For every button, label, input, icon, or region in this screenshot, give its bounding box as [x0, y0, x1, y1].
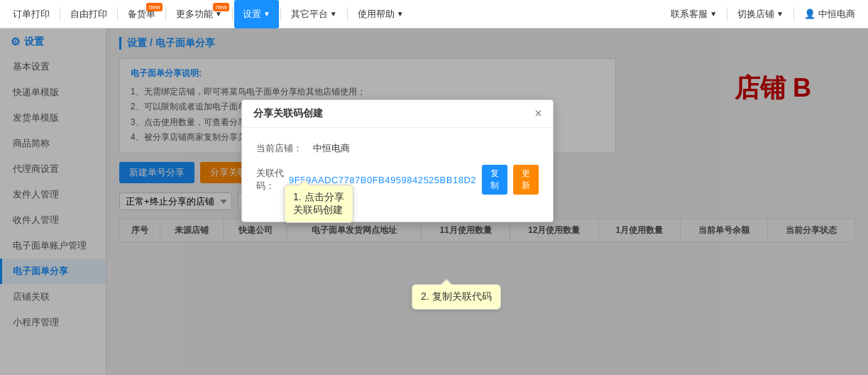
nav-separator: [727, 7, 727, 21]
tooltip-1: 1. 点击分享 关联码创建: [284, 185, 353, 223]
user-icon: 👤: [804, 9, 815, 19]
nav-free-print[interactable]: 自由打印: [62, 0, 116, 28]
refresh-code-button[interactable]: 更新: [513, 165, 539, 195]
tooltip-1-line1: 1. 点击分享: [293, 191, 344, 204]
nav-separator: [232, 7, 233, 21]
nav-separator: [280, 7, 281, 21]
chevron-down-icon: ▼: [397, 10, 404, 18]
chevron-down-icon: ▼: [330, 10, 337, 18]
nav-customer-service[interactable]: 联系客服 ▼: [662, 0, 725, 28]
nav-separator: [60, 7, 60, 21]
modal-title: 分享关联码创建: [253, 107, 323, 120]
nav-settings[interactable]: 设置 ▼: [234, 0, 279, 28]
nav-right: 联系客服 ▼ 切换店铺 ▼ 👤 中恒电商: [662, 0, 864, 28]
chevron-down-icon: ▼: [263, 10, 270, 18]
copy-code-button[interactable]: 复制: [482, 165, 507, 195]
modal-store-label: 当前店铺：: [256, 142, 313, 155]
nav-switch-store[interactable]: 切换店铺 ▼: [729, 0, 792, 28]
new-badge: new: [146, 3, 163, 11]
nav-other-platform[interactable]: 其它平台 ▼: [282, 0, 346, 28]
modal-close-button[interactable]: ×: [535, 107, 542, 120]
chevron-down-icon: ▼: [776, 10, 784, 18]
nav-help[interactable]: 使用帮助 ▼: [349, 0, 412, 28]
tooltip-2: 2. 复制关联代码: [412, 284, 501, 310]
main-layout: ⚙ 设置 基本设置 快递单模版 发货单模版 商品简称 代理商设置 发件人管理 收…: [0, 28, 868, 375]
new-badge: new: [213, 3, 229, 11]
modal-code-value: 9F59AADC7787B0FB4959842525BB18D2: [289, 175, 476, 185]
modal-overlay: 分享关联码创建 × 当前店铺： 中恒电商 关联代码： 9F59AADC7787B…: [106, 28, 868, 375]
nav-stock[interactable]: 备货单 new: [119, 0, 164, 28]
nav-separator: [165, 7, 166, 21]
nav-separator: [117, 7, 118, 21]
chevron-down-icon: ▼: [215, 10, 222, 18]
nav-more-features[interactable]: 更多功能 new ▼: [167, 0, 231, 28]
modal-header: 分享关联码创建 ×: [242, 100, 553, 128]
nav-order-print[interactable]: 订单打印: [4, 0, 58, 28]
nav-separator: [347, 7, 348, 21]
tooltip-1-line2: 关联码创建: [293, 204, 344, 217]
top-nav: 订单打印 自由打印 备货单 new 更多功能 new ▼ 设置 ▼ 其它平台 ▼…: [0, 0, 868, 28]
nav-separator: [793, 7, 794, 21]
chevron-down-icon: ▼: [710, 10, 717, 18]
nav-user[interactable]: 👤 中恒电商: [796, 0, 864, 28]
modal-store-row: 当前店铺： 中恒电商: [256, 142, 539, 155]
modal-store-value: 中恒电商: [313, 142, 350, 155]
content-area: 设置 / 电子面单分享 店铺 B 电子面单分享说明: 1、无需绑定店铺，即可将菜…: [106, 28, 868, 375]
